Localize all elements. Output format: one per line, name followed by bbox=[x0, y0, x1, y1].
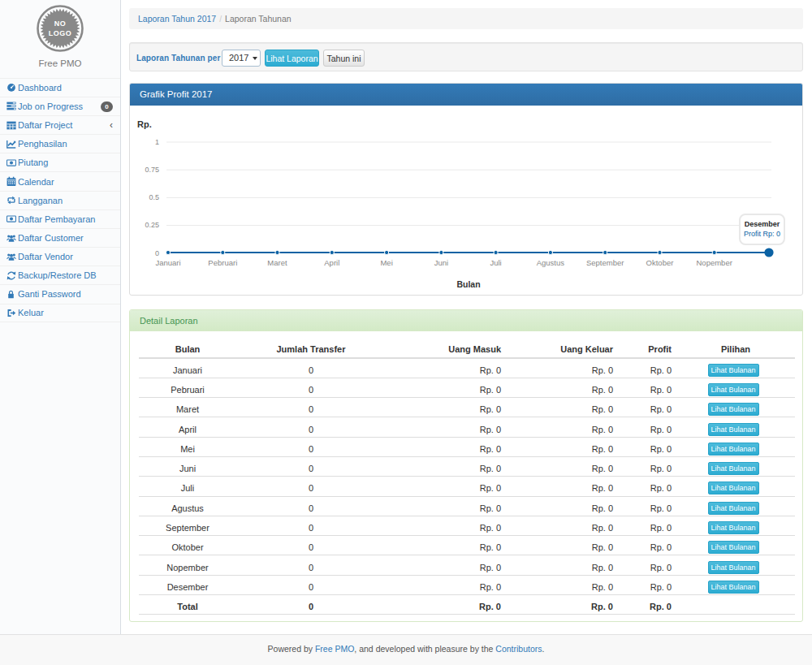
svg-text:LOGO: LOGO bbox=[49, 29, 72, 37]
svg-text:NO: NO bbox=[54, 19, 67, 28]
